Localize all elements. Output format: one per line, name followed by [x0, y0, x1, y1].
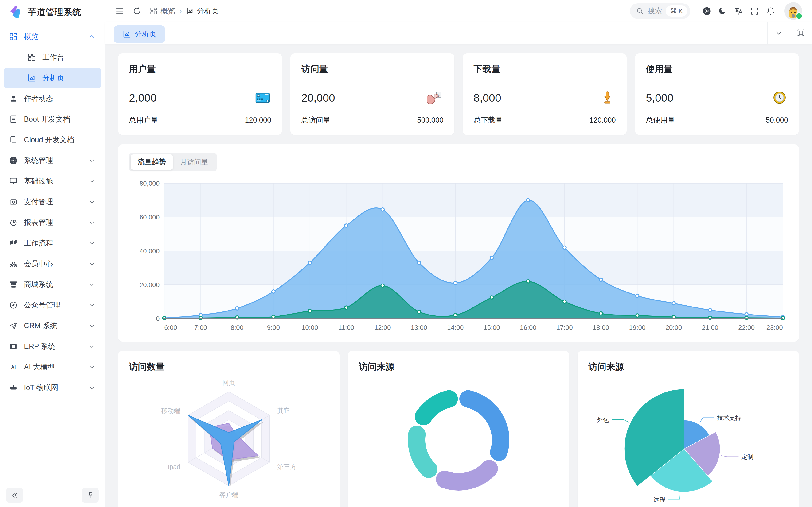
- sidebar-item-label: ERP 系统: [24, 341, 55, 351]
- card-blue-icon: [254, 89, 271, 106]
- stat-card-下载量: 下载量8,000总下载量120,000: [463, 53, 627, 135]
- sidebar-item-system[interactable]: 系统管理: [4, 150, 101, 171]
- breadcrumb-separator: ›: [179, 7, 182, 15]
- gear-button[interactable]: [699, 3, 715, 19]
- breadcrumb-item[interactable]: 分析页: [186, 6, 219, 16]
- visit-count-radar-chart[interactable]: 网页其它第三方客户端Ipad移动端: [129, 375, 329, 507]
- search-shortcut-badge: ⌘ K: [666, 5, 688, 17]
- sidebar-item-mall[interactable]: 商城系统: [4, 274, 101, 295]
- svg-text:12:00: 12:00: [374, 324, 391, 331]
- pie-icon: [9, 218, 18, 227]
- doc-icon: [9, 115, 18, 124]
- pin-icon: [86, 491, 94, 500]
- svg-text:40,000: 40,000: [139, 247, 159, 255]
- expand-button[interactable]: [790, 22, 812, 44]
- visit-count-panel: 访问数量 网页其它第三方客户端Ipad移动端 访问趋势: [118, 351, 340, 507]
- app-logo-icon: [8, 5, 22, 19]
- svg-text:13:00: 13:00: [411, 324, 427, 331]
- svg-text:AI: AI: [11, 364, 16, 370]
- gear-icon: [702, 6, 711, 16]
- sidebar-item-cloud-docs[interactable]: Cloud 开发文档: [4, 129, 101, 150]
- svg-text:19:00: 19:00: [629, 324, 646, 331]
- traffic-trend-area-chart[interactable]: 020,00040,00060,00080,0006:007:008:009:0…: [129, 177, 788, 334]
- gear-icon: [9, 156, 18, 165]
- online-status-dot: [796, 12, 803, 19]
- monitor-icon: [9, 177, 18, 186]
- chevron-down-icon: [88, 260, 96, 268]
- stat-card-title: 下载量: [474, 63, 616, 75]
- trend-tab-0[interactable]: 流量趋势: [131, 155, 173, 170]
- translate-icon: [734, 6, 744, 16]
- bell-button[interactable]: [763, 3, 779, 19]
- sidebar-item-crm[interactable]: CRM 系统: [4, 316, 101, 336]
- chevron-down-button[interactable]: [767, 22, 790, 44]
- fullscreen-icon: [750, 6, 759, 16]
- sidebar-item-ai-model[interactable]: AIAI 大模型: [4, 357, 101, 378]
- sidebar-collapse-button[interactable]: [6, 488, 23, 503]
- chevron-down-icon: [88, 177, 96, 185]
- svg-text:20,000: 20,000: [139, 281, 159, 288]
- sidebar-item-boot-docs[interactable]: Boot 开发文档: [4, 109, 101, 129]
- fullscreen-button[interactable]: [747, 3, 763, 19]
- search-input[interactable]: 搜索 ⌘ K: [630, 3, 690, 19]
- breadcrumb-item[interactable]: 概览: [150, 6, 175, 16]
- sidebar-item-label: 基础设施: [24, 176, 53, 186]
- trend-tab-1[interactable]: 月访问量: [173, 155, 215, 170]
- copy-icon: [9, 135, 18, 144]
- sidebar-item-label: 系统管理: [24, 156, 53, 165]
- svg-text:14:00: 14:00: [447, 324, 464, 331]
- sidebar-item-label: 概览: [24, 32, 39, 42]
- hamburger-menu-button[interactable]: [115, 6, 124, 16]
- trend-tab-switcher: 流量趋势月访问量: [129, 153, 217, 171]
- expand-icon: [797, 29, 805, 37]
- chevron-down-icon: [88, 322, 96, 330]
- svg-text:15:00: 15:00: [484, 324, 500, 331]
- sidebar-item-label: CRM 系统: [24, 321, 57, 331]
- moon-button[interactable]: [715, 3, 731, 19]
- panel-title: 访问来源: [588, 361, 788, 373]
- avatar[interactable]: [784, 2, 802, 20]
- sidebar-item-member[interactable]: 会员中心: [4, 253, 101, 274]
- sidebar-item-label: IoT 物联网: [24, 383, 58, 393]
- refresh-button[interactable]: [132, 6, 142, 16]
- svg-text:客户端: 客户端: [219, 491, 238, 498]
- chevron-down-icon: [88, 384, 96, 392]
- sidebar-pin-button[interactable]: [82, 488, 99, 503]
- sidebar-item-author-news[interactable]: 作者动态: [4, 88, 101, 109]
- visit-source-rose-panel: 访问来源 技术支持定制远程外包: [577, 351, 799, 507]
- download-orange-icon: [599, 89, 616, 106]
- sidebar-footer: [0, 484, 105, 507]
- visit-source-donut-chart[interactable]: [359, 375, 558, 507]
- svg-text:0: 0: [156, 315, 160, 322]
- stat-card-row: 用户量2,000总用户量120,000访问量20,000%总访问量500,000…: [118, 53, 799, 135]
- logo-row[interactable]: 芋道管理系统: [0, 0, 105, 24]
- clock-yellow-icon: [771, 89, 788, 106]
- svg-text:定制: 定制: [742, 453, 754, 460]
- stat-card-用户量: 用户量2,000总用户量120,000: [118, 53, 282, 135]
- search-placeholder: 搜索: [648, 6, 662, 16]
- svg-text:9:00: 9:00: [267, 324, 280, 331]
- collapse-icon: [10, 491, 19, 500]
- tab-analysis[interactable]: 分析页: [114, 25, 165, 43]
- sidebar-item-workbench[interactable]: 工作台: [4, 47, 101, 68]
- sidebar-item-payment[interactable]: 支付管理: [4, 191, 101, 212]
- sidebar-item-overview[interactable]: 概览: [4, 26, 101, 47]
- stat-card-total-value: 120,000: [590, 116, 616, 124]
- sidebar-item-workflow[interactable]: 工作流程: [4, 233, 101, 253]
- stat-card-value: 8,000: [474, 91, 501, 104]
- sidebar-item-iot[interactable]: IoT 物联网: [4, 378, 101, 398]
- visit-source-rose-chart[interactable]: 技术支持定制远程外包: [588, 375, 788, 507]
- sidebar-item-erp[interactable]: ERP 系统: [4, 336, 101, 357]
- sidebar-item-analysis[interactable]: 分析页: [4, 68, 101, 88]
- grid-icon: [150, 7, 158, 15]
- sidebar-item-infra[interactable]: 基础设施: [4, 171, 101, 191]
- stat-card-total-value: 500,000: [417, 116, 443, 124]
- svg-text:第三方: 第三方: [277, 463, 296, 470]
- sidebar-item-mp-account[interactable]: 公众号管理: [4, 295, 101, 316]
- sidebar-item-report[interactable]: 报表管理: [4, 212, 101, 233]
- breadcrumb-label: 分析页: [197, 6, 219, 16]
- translate-button[interactable]: [731, 3, 747, 19]
- chevron-down-icon: [88, 198, 96, 206]
- chevron-down-icon: [88, 157, 96, 165]
- svg-text:其它: 其它: [277, 407, 290, 414]
